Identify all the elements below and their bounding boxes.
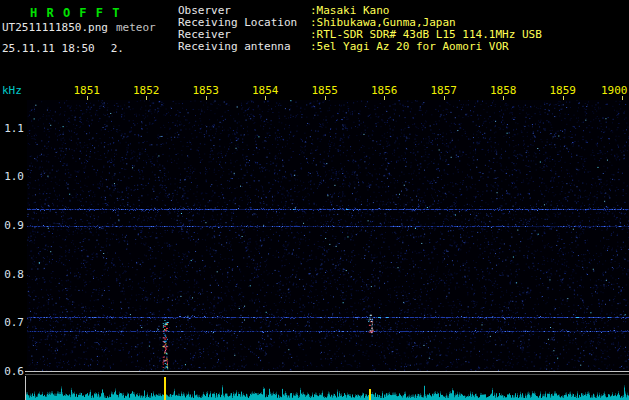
freq-axis-label: 0.8 [0,268,24,281]
info-label: Receiving antenna [178,41,310,53]
time-axis-label: 1855 [312,84,339,97]
app-title: H R O F F T [30,6,120,20]
separator-line-bright [25,371,629,372]
time-axis-label: 1900 [601,84,628,97]
freq-axis-label: 1.1 [0,122,24,135]
datetime-label: 25.11.11 18:50 [2,42,95,55]
hrofft-window: H R O F F T UT2511111850.pngmeteor 25.11… [0,0,629,400]
time-axis-label: 1853 [193,84,220,97]
time-axis-label: 1854 [252,84,279,97]
freq-axis-label: 0.9 [0,219,24,232]
observation-name: meteor [116,21,156,34]
time-axis-label: 1859 [550,84,577,97]
freq-axis-label: 0.7 [0,316,24,329]
station-info: Observer:Masaki Kano Receiving Location:… [178,5,542,53]
time-axis-label: 1858 [490,84,517,97]
freq-axis-label: 1.0 [0,170,24,183]
signal-level-strip-canvas [25,376,629,400]
time-axis-label: 1857 [431,84,458,97]
time-axis-label: 1856 [371,84,398,97]
separator-line-dim [25,374,629,375]
counter-label: 2. [111,42,124,55]
time-axis-label: 1852 [133,84,160,97]
output-filename: UT2511111850.png [2,21,108,34]
spectrogram-canvas [27,100,629,371]
time-axis-label: 1851 [74,84,101,97]
file-line: UT2511111850.pngmeteor [2,21,156,34]
freq-unit-label: kHz [2,84,22,97]
date-line: 25.11.11 18:502. [2,42,124,55]
freq-axis-label: 0.6 [0,365,24,378]
station-info-row-antenna: Receiving antenna:5el Yagi Az 20 for Aom… [178,41,542,53]
info-value: :5el Yagi Az 20 for Aomori VOR [310,40,509,53]
